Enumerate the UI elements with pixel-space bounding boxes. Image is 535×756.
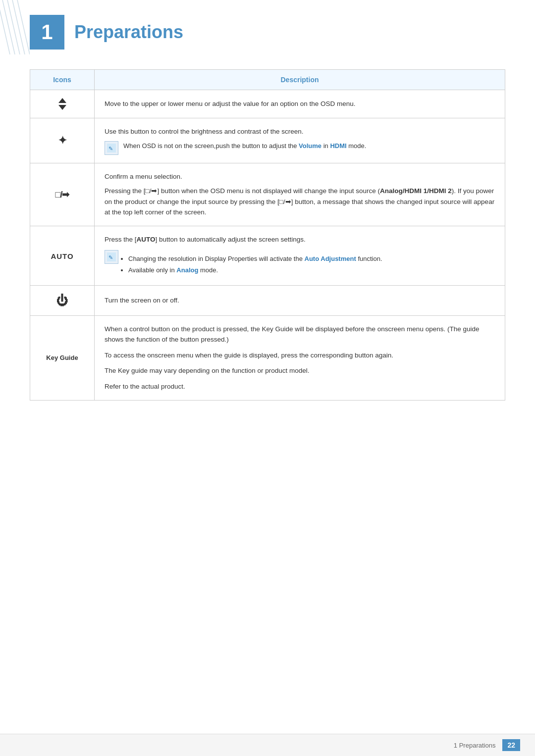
svg-text:✎: ✎ <box>108 146 113 151</box>
desc-cell-power: Turn the screen on or off. <box>95 285 505 315</box>
note-icon-auto: ✎ <box>105 250 118 264</box>
bold-analog-hdmi: Analog/HDMI 1/HDMI 2 <box>380 187 452 195</box>
page-footer: 1 Preparations 22 <box>0 734 535 756</box>
desc-cell-arrows: Move to the upper or lower menu or adjus… <box>95 90 505 118</box>
note-box-auto: ✎ Changing the resolution in Display Pro… <box>105 250 495 277</box>
icon-cell-brightness: ✦ <box>30 118 95 163</box>
auto-bullet-list: Changing the resolution in Display Prope… <box>123 254 382 277</box>
content-area: Icons Description Move to the upper or l… <box>0 69 535 401</box>
icon-cell-power: ⏻ <box>30 285 95 315</box>
desc-text-keyguide-3: The Key guide may vary depending on the … <box>105 365 495 376</box>
list-item: Available only in Analog mode. <box>128 265 382 275</box>
bold-hdmi: HDMI <box>330 142 346 150</box>
arrows-icon <box>40 98 84 110</box>
desc-cell-source: Confirm a menu selection. Pressing the [… <box>95 163 505 226</box>
note-text-brightness: When OSD is not on the screen,push the b… <box>123 141 366 151</box>
bold-volume: Volume <box>299 142 321 150</box>
desc-text-brightness: Use this button to control the brightnes… <box>105 128 303 135</box>
up-arrow-icon <box>58 98 66 103</box>
svg-text:✎: ✎ <box>108 254 113 260</box>
note-icon-brightness: ✎ <box>105 141 118 155</box>
svg-line-3 <box>12 0 25 54</box>
svg-line-4 <box>17 0 30 54</box>
power-icon: ⏻ <box>56 294 68 307</box>
main-table: Icons Description Move to the upper or l… <box>30 69 505 401</box>
note-box-brightness: ✎ When OSD is not on the screen,push the… <box>105 141 495 155</box>
desc-text-keyguide-4: Refer to the actual product. <box>105 381 495 392</box>
icon-cell-auto: AUTO <box>30 226 95 285</box>
chapter-title: Preparations <box>74 22 183 43</box>
source-icon: □/➡ <box>55 190 69 200</box>
table-row: ⏻ Turn the screen on or off. <box>30 285 505 315</box>
table-row: □/➡ Confirm a menu selection. Pressing t… <box>30 163 505 226</box>
desc-text-auto-main: Press the [AUTO] button to automatically… <box>105 234 495 245</box>
desc-cell-keyguide: When a control button on the product is … <box>95 315 505 400</box>
svg-line-1 <box>2 0 15 54</box>
desc-text-keyguide-1: When a control button on the product is … <box>105 324 495 345</box>
brightness-icon: ✦ <box>58 134 67 147</box>
list-item: Changing the resolution in Display Prope… <box>128 254 382 264</box>
footer-section-label: 1 Preparations <box>454 742 496 749</box>
col-description-header: Description <box>95 70 505 90</box>
desc-text-source-2: Pressing the [□/➡] button when the OSD m… <box>105 186 495 218</box>
svg-line-2 <box>7 0 20 54</box>
desc-text-arrows: Move to the upper or lower menu or adjus… <box>105 100 356 107</box>
table-row: Key Guide When a control button on the p… <box>30 315 505 400</box>
desc-text-power: Turn the screen on or off. <box>105 297 179 304</box>
bold-auto-adjustment: Auto Adjustment <box>305 255 356 262</box>
icon-cell-arrows <box>30 90 95 118</box>
table-row: ✦ Use this button to control the brightn… <box>30 118 505 163</box>
footer-page-number: 22 <box>502 739 520 751</box>
auto-icon: AUTO <box>51 252 73 260</box>
bold-analog: Analog <box>176 266 198 274</box>
desc-text-source-1: Confirm a menu selection. <box>105 171 495 182</box>
table-header-row: Icons Description <box>30 70 505 90</box>
icon-cell-source: □/➡ <box>30 163 95 226</box>
col-icons-header: Icons <box>30 70 95 90</box>
desc-text-keyguide-2: To access the onscreen menu when the gui… <box>105 350 495 361</box>
desc-cell-brightness: Use this button to control the brightnes… <box>95 118 505 163</box>
header-decoration <box>0 0 30 54</box>
chapter-number: 1 <box>30 15 64 50</box>
down-arrow-icon <box>58 105 66 110</box>
keyguide-label: Key Guide <box>46 354 78 361</box>
icon-cell-keyguide: Key Guide <box>30 315 95 400</box>
desc-cell-auto: Press the [AUTO] button to automatically… <box>95 226 505 285</box>
table-row: Move to the upper or lower menu or adjus… <box>30 90 505 118</box>
table-row: AUTO Press the [AUTO] button to automati… <box>30 226 505 285</box>
page-header: 1 Preparations <box>0 0 535 69</box>
